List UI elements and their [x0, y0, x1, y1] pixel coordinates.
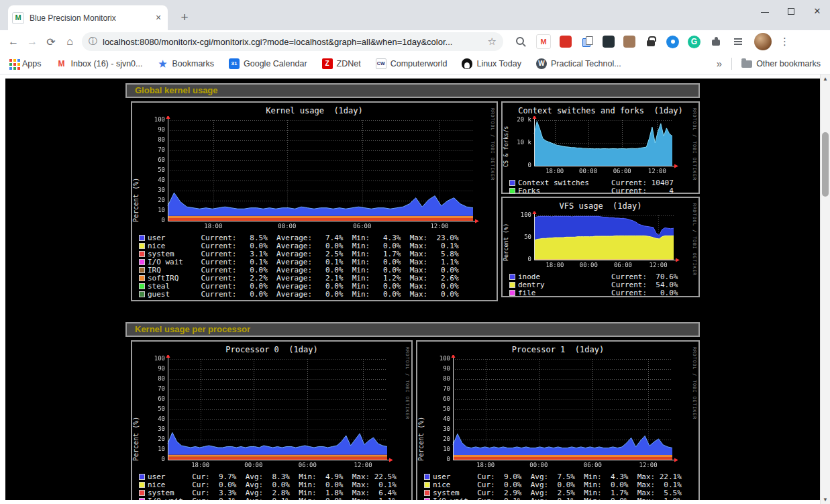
rrdtool-watermark: RRDTOOL / TOBI OETIKER — [692, 108, 697, 181]
legend-row: nice Current: 0.0% Average: 0.0% Min: 0.… — [139, 242, 497, 250]
red-extension-icon[interactable] — [560, 36, 572, 48]
camera-extension-icon[interactable] — [666, 36, 679, 48]
page-info-icon[interactable]: ⓘ — [89, 36, 97, 48]
vfs-usage-graph-panel: VFS usage (1day) Percent (%) inode Curre… — [501, 197, 700, 297]
bookmark-star-icon[interactable]: ☆ — [488, 36, 497, 48]
zdnet-icon: Z — [322, 58, 333, 69]
bookmark-star[interactable]: ★Bookmarks — [158, 58, 215, 69]
back-icon[interactable]: ← — [4, 32, 23, 51]
url-text[interactable]: localhost:8080/monitorix-cgi/monitorix.c… — [103, 37, 482, 47]
y-axis-label: Percent (%) — [503, 214, 509, 261]
profile-avatar[interactable] — [754, 33, 772, 50]
extensions-puzzle-icon[interactable] — [709, 35, 723, 48]
minimize-icon[interactable] — [760, 7, 770, 16]
legend-color-swatch — [509, 282, 515, 288]
bookmarks-bar: Apps MInbox (16) - sjvn0...★Bookmarks31G… — [0, 53, 830, 74]
legend-color-swatch — [139, 490, 145, 496]
bookmark-label: ZDNet — [337, 59, 361, 68]
copy-pages-extension-icon[interactable] — [580, 35, 594, 48]
legend-text: I/O wait Cur: 0.1% Avg: 0.1% Min: 0.0% M… — [433, 497, 682, 501]
grammarly-extension-icon[interactable]: G — [688, 36, 701, 48]
scrollbar-thumb[interactable] — [822, 132, 829, 197]
legend-text: guest Current: 0.0% Average: 0.0% Min: 0… — [148, 290, 459, 299]
kernel-usage-graph[interactable] — [141, 116, 480, 232]
forward-icon[interactable]: → — [23, 32, 42, 51]
graph-title: Kernel usage (1day) — [132, 106, 497, 115]
home-icon[interactable]: ⌂ — [60, 32, 79, 51]
bookmark-label: Inbox (16) - sjvn0... — [71, 59, 143, 68]
bookmarks-overflow-icon[interactable]: » — [717, 58, 722, 69]
vertical-scrollbar[interactable]: ▲ ▼ — [820, 74, 830, 504]
bookmark-wordpress[interactable]: WPractical Technol... — [536, 58, 621, 69]
legend-text: Forks Current: 4 — [518, 187, 674, 195]
window-close-icon[interactable]: ✕ — [813, 7, 822, 16]
vfs-usage-legend: inode Current: 70.6%dentry Current: 54.0… — [509, 272, 698, 297]
bookmark-penguin[interactable]: Linux Today — [462, 58, 521, 69]
list-extension-icon[interactable] — [731, 35, 745, 48]
sepia-extension-icon[interactable] — [623, 36, 635, 48]
legend-color-swatch — [424, 482, 430, 488]
global-kernel-row: Kernel usage (1day) Percent (%) user Cur… — [125, 101, 700, 301]
legend-color-swatch — [139, 474, 145, 480]
vfs-usage-graph[interactable] — [511, 211, 680, 270]
browser-tab[interactable]: M Blue Precision Monitorix × — [8, 5, 168, 30]
tab-close-icon[interactable]: × — [153, 13, 164, 23]
legend-color-swatch — [139, 251, 145, 257]
processor-1-legend: user Cur: 9.0% Avg: 7.5% Min: 4.3% Max: … — [424, 472, 698, 500]
bookmark-label: Bookmarks — [172, 59, 215, 68]
legend-row: nice Cur: 0.0% Avg: 0.0% Min: 0.0% Max: … — [139, 481, 411, 489]
apps-label: Apps — [22, 59, 42, 68]
rrdtool-watermark: RRDTOOL / TOBI OETIKER — [405, 347, 410, 419]
gmail-extension-icon[interactable]: M — [536, 34, 551, 49]
legend-row: user Cur: 9.7% Avg: 8.3% Min: 4.9% Max: … — [139, 472, 411, 481]
legend-color-swatch — [509, 290, 515, 296]
reload-icon[interactable]: ⟳ — [42, 32, 60, 51]
context-switches-graph-panel: Context switches and forks (1day) CS & f… — [501, 101, 700, 194]
other-bookmarks-button[interactable]: Other bookmarks — [741, 59, 821, 68]
bookmark-gmail[interactable]: MInbox (16) - sjvn0... — [56, 58, 143, 69]
rrdtool-watermark: RRDTOOL / TOBI OETIKER — [692, 203, 697, 276]
search-extension-icon[interactable] — [514, 35, 527, 48]
context-switches-graph[interactable] — [511, 116, 679, 177]
legend-color-swatch — [139, 498, 145, 501]
legend-row: IRQ Current: 0.0% Average: 0.0% Min: 0.0… — [139, 266, 497, 274]
legend-text: I/O wait Cur: 0.1% Avg: 0.1% Min: 0.0% M… — [148, 497, 397, 501]
apps-shortcut[interactable]: Apps — [9, 59, 42, 68]
legend-color-swatch — [139, 482, 145, 488]
legend-color-swatch — [509, 274, 515, 280]
browser-toolbar: ← → ⟳ ⌂ ⓘ localhost:8080/monitorix-cgi/m… — [0, 30, 830, 53]
penguin-icon — [462, 58, 472, 69]
scrollbar-up-icon[interactable]: ▲ — [821, 76, 830, 82]
processor-1-graph[interactable] — [426, 355, 678, 470]
lock-extension-icon[interactable] — [644, 35, 658, 48]
computerworld-icon: CW — [376, 58, 386, 69]
legend-color-swatch — [424, 474, 430, 480]
maximize-icon[interactable] — [786, 7, 796, 16]
new-tab-button[interactable]: + — [176, 9, 193, 26]
legend-color-swatch — [424, 490, 430, 496]
legend-row: softIRQ Current: 2.2% Average: 2.1% Min:… — [139, 274, 497, 282]
legend-row: system Cur: 3.3% Avg: 2.8% Min: 1.8% Max… — [139, 489, 411, 497]
processor-0-graph-panel: Processor 0 (1day) Percent (%) user Cur:… — [131, 340, 413, 500]
bookmark-zdnet[interactable]: ZZDNet — [322, 58, 361, 69]
dark-extension-icon[interactable] — [603, 36, 615, 48]
bookmark-computerworld[interactable]: CWComputerworld — [376, 58, 448, 69]
bookmarks-right: » Other bookmarks — [717, 58, 821, 70]
section-header-kernel-usage-per-processor: Kernel usage per processor — [125, 322, 700, 337]
right-column: Context switches and forks (1day) CS & f… — [501, 101, 700, 301]
other-bookmarks-label: Other bookmarks — [756, 59, 821, 68]
tab-strip: M Blue Precision Monitorix × + ✕ — [0, 0, 830, 30]
legend-row: system Current: 3.1% Average: 2.5% Min: … — [139, 250, 497, 258]
processor-0-graph[interactable] — [141, 355, 393, 470]
legend-color-swatch — [139, 259, 145, 265]
gmail-icon: M — [56, 58, 67, 69]
kebab-menu-icon[interactable]: ⋮ — [780, 36, 790, 48]
bookmark-calendar[interactable]: 31Google Calendar — [229, 58, 307, 69]
scrollbar-down-icon[interactable]: ▼ — [821, 497, 830, 503]
address-bar[interactable]: ⓘ localhost:8080/monitorix-cgi/monitorix… — [82, 32, 503, 51]
legend-color-swatch — [139, 235, 145, 241]
y-axis-label: Percent (%) — [417, 358, 425, 461]
section-header-global-kernel-usage: Global kernel usage — [125, 83, 700, 98]
bookmarks-separator — [731, 58, 732, 70]
extension-icons: M G — [514, 34, 745, 49]
